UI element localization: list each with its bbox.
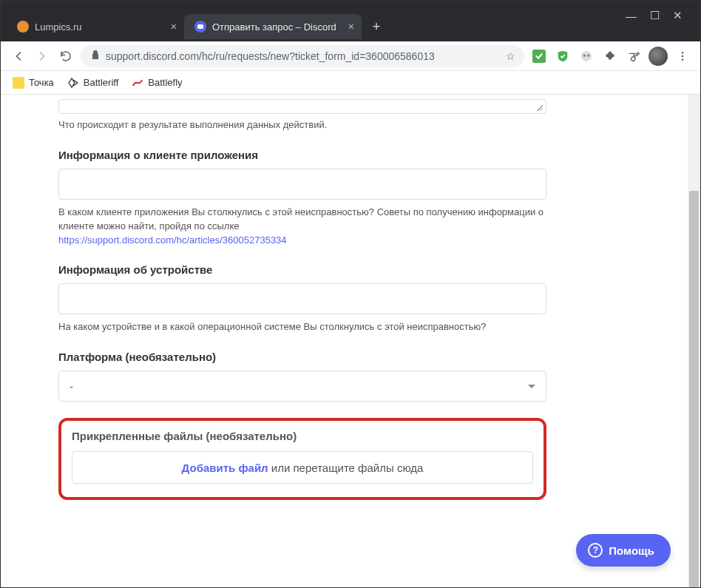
maximize-icon[interactable]: ☐ xyxy=(650,9,660,22)
request-form: Что происходит в результате выполнения д… xyxy=(58,99,546,500)
help-icon: ? xyxy=(588,543,603,558)
bookmark-icon xyxy=(132,77,143,89)
svg-point-3 xyxy=(587,54,590,57)
favicon-lumpics xyxy=(17,21,29,33)
media-control-icon[interactable] xyxy=(625,47,643,65)
favicon-discord xyxy=(194,21,206,33)
description-textarea[interactable] xyxy=(58,99,546,114)
attachments-dropzone[interactable]: Добавить файл или перетащите файлы сюда xyxy=(72,451,533,484)
window-titlebar xyxy=(1,1,700,12)
tab-title: Lumpics.ru xyxy=(35,21,166,33)
page-content: Что происходит в результате выполнения д… xyxy=(1,95,688,587)
close-window-icon[interactable]: ✕ xyxy=(673,9,683,22)
textarea-help-text: Что происходит в результате выполнения д… xyxy=(58,118,546,132)
attachments-highlight: Прикрепленные файлы (необязательно) Доба… xyxy=(58,418,546,500)
attachments-label: Прикрепленные файлы (необязательно) xyxy=(72,430,533,442)
add-file-link[interactable]: Добавить файл xyxy=(182,462,268,474)
toolbar: support.discord.com/hc/ru/requests/new?t… xyxy=(1,41,700,71)
kebab-menu-icon[interactable] xyxy=(674,47,691,65)
client-info-help-link[interactable]: https://support.discord.com/hc/articles/… xyxy=(58,234,287,246)
window-controls: — ☐ ✕ xyxy=(618,1,700,30)
client-info-label: Информация о клиенте приложения xyxy=(58,149,546,161)
tab-title: Отправить запрос – Discord xyxy=(212,21,344,33)
address-bar[interactable]: support.discord.com/hc/ru/requests/new?t… xyxy=(81,45,524,67)
help-widget-label: Помощь xyxy=(609,544,654,557)
extension-ublock[interactable] xyxy=(530,47,548,65)
extension-adguard[interactable] xyxy=(554,47,572,65)
extension-yandex[interactable] xyxy=(578,47,595,65)
bookmark-label: Battlefly xyxy=(148,77,182,88)
client-info-help: В каком клиенте приложения Вы столкнулис… xyxy=(58,206,546,248)
platform-selected-value: - xyxy=(70,380,73,393)
extensions-menu-icon[interactable] xyxy=(601,47,619,65)
device-info-label: Информация об устройстве xyxy=(58,263,546,276)
bookmark-icon xyxy=(67,77,79,89)
new-tab-button[interactable]: + xyxy=(366,16,387,37)
profile-avatar[interactable] xyxy=(648,47,668,66)
close-icon[interactable]: × xyxy=(348,21,354,33)
bookmark-star-icon[interactable]: ☆ xyxy=(506,50,515,62)
bookmark-tochka[interactable]: Точка xyxy=(13,77,54,89)
svg-point-5 xyxy=(682,55,684,57)
url-text: support.discord.com/hc/ru/requests/new?t… xyxy=(106,50,435,62)
bookmark-label: Battleriff xyxy=(84,77,118,88)
bookmark-battlefly[interactable]: Battlefly xyxy=(132,77,182,89)
client-info-help-text: В каком клиенте приложения Вы столкнулис… xyxy=(58,206,543,232)
svg-point-1 xyxy=(581,50,592,61)
device-info-input[interactable] xyxy=(58,283,546,314)
bookmark-battleriff[interactable]: Battleriff xyxy=(67,77,118,89)
minimize-icon[interactable]: — xyxy=(626,10,637,22)
drag-hint-text: или перетащите файлы сюда xyxy=(268,462,424,474)
help-widget-button[interactable]: ? Помощь xyxy=(576,534,671,567)
scrollbar-track[interactable] xyxy=(688,95,700,587)
back-button[interactable] xyxy=(10,47,27,65)
bookmark-icon xyxy=(13,77,24,89)
forward-button[interactable] xyxy=(33,47,51,65)
client-info-input[interactable] xyxy=(58,169,546,200)
tab-lumpics[interactable]: Lumpics.ru × xyxy=(7,14,184,39)
svg-point-4 xyxy=(682,51,684,53)
close-icon[interactable]: × xyxy=(171,21,177,33)
scrollbar-thumb[interactable] xyxy=(689,191,699,587)
reload-button[interactable] xyxy=(57,47,75,65)
platform-select[interactable]: - xyxy=(58,371,546,402)
svg-point-6 xyxy=(682,58,684,61)
svg-point-2 xyxy=(583,54,586,57)
platform-label: Платформа (необязательно) xyxy=(58,351,546,363)
bookmarks-bar: Точка Battleriff Battlefly xyxy=(1,71,700,95)
device-info-help: На каком устройстве и в какой операционн… xyxy=(58,320,546,334)
tab-discord-request[interactable]: Отправить запрос – Discord × xyxy=(184,14,362,39)
bookmark-label: Точка xyxy=(29,77,54,88)
viewport: Что происходит в результате выполнения д… xyxy=(1,95,700,587)
lock-icon xyxy=(91,50,100,62)
tab-strip: Lumpics.ru × Отправить запрос – Discord … xyxy=(1,12,700,41)
chevron-down-icon xyxy=(528,385,535,388)
